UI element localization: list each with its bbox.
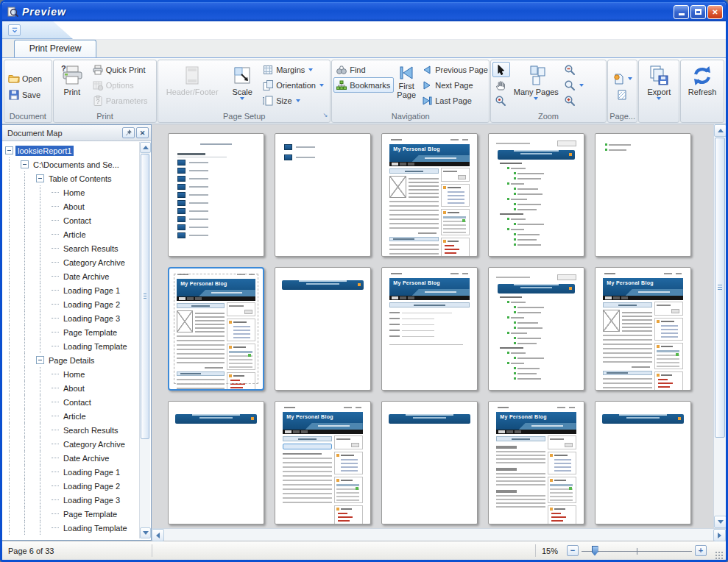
tree-item[interactable]: Article bbox=[5, 227, 139, 241]
print-button[interactable]: Print bbox=[55, 62, 89, 97]
tree-item[interactable]: Search Results bbox=[5, 423, 139, 437]
page-thumbnail-11[interactable] bbox=[168, 401, 264, 524]
tree-item[interactable]: Table of Contents bbox=[5, 171, 139, 185]
tree-item[interactable]: Loading Page 2 bbox=[5, 297, 139, 311]
page-thumbnail-10[interactable]: My Personal Blog bbox=[595, 267, 691, 391]
save-button[interactable]: Save bbox=[6, 87, 50, 102]
maximize-button[interactable] bbox=[690, 5, 706, 19]
tree-item[interactable]: looksieReport1 bbox=[5, 143, 139, 157]
tree-scrollbar[interactable] bbox=[139, 142, 150, 538]
page-thumbnail-1[interactable] bbox=[168, 133, 264, 257]
page-thumbnail-8[interactable]: My Personal Blog bbox=[381, 267, 478, 391]
tree-item[interactable]: Category Archive bbox=[5, 437, 139, 451]
refresh-button[interactable]: Refresh bbox=[682, 62, 722, 97]
tree-item[interactable]: Loading Page 2 bbox=[5, 479, 139, 493]
zoom-level-button[interactable] bbox=[562, 77, 585, 93]
header-footer-button[interactable]: Header/Footer bbox=[160, 62, 225, 97]
tree-item[interactable]: Article bbox=[5, 409, 139, 423]
close-button[interactable]: ✕ bbox=[707, 5, 723, 19]
pointer-tool-button[interactable] bbox=[492, 62, 510, 77]
page-thumbnail-3[interactable]: My Personal Blog bbox=[381, 133, 478, 257]
find-button[interactable]: Find bbox=[333, 62, 394, 77]
zoom-slider[interactable] bbox=[582, 545, 692, 557]
size-button[interactable]: Size bbox=[260, 93, 328, 108]
tree-item[interactable]: About bbox=[5, 199, 139, 213]
page-thumbnail-12[interactable]: My Personal Blog bbox=[275, 401, 371, 524]
zoom-out-button[interactable] bbox=[562, 62, 579, 77]
tree-item[interactable]: Category Archive bbox=[5, 255, 139, 269]
tree-item[interactable]: Home bbox=[5, 185, 139, 199]
pin-icon bbox=[124, 129, 132, 137]
preview-horizontal-scrollbar[interactable] bbox=[152, 528, 726, 541]
tree-item[interactable]: Loading Page 1 bbox=[5, 283, 139, 297]
tree-item[interactable]: Loading Page 3 bbox=[5, 311, 139, 325]
page-thumbnail-4[interactable] bbox=[488, 133, 584, 257]
tree-item[interactable]: Loading Page 3 bbox=[5, 493, 139, 507]
page-setup-dialog-launcher[interactable]: ↘ bbox=[322, 110, 328, 121]
scrollbar-thumb[interactable] bbox=[715, 138, 725, 438]
tree-item[interactable]: Loading Page 1 bbox=[5, 465, 139, 479]
tree-item[interactable]: Contact bbox=[5, 213, 139, 227]
page-thumbnail-14[interactable]: My Personal Blog bbox=[488, 401, 584, 524]
page-thumbnail-5[interactable] bbox=[595, 133, 691, 257]
tree-item[interactable]: Loading Template bbox=[5, 339, 139, 353]
many-pages-button[interactable]: Many Pages bbox=[511, 62, 561, 101]
tree-expander-icon[interactable] bbox=[36, 174, 44, 182]
options-button[interactable]: Options bbox=[90, 77, 152, 93]
zoom-in-step-button[interactable]: + bbox=[695, 545, 707, 556]
page-thumbnail-6[interactable]: My Personal Blog bbox=[168, 267, 264, 391]
previous-page-button[interactable]: Previous Page bbox=[419, 62, 490, 77]
quick-print-button[interactable]: Quick Print bbox=[90, 62, 152, 77]
watermark-button[interactable] bbox=[610, 71, 635, 86]
tree-item[interactable]: Search Results bbox=[5, 241, 139, 255]
tree-item[interactable]: Contact bbox=[5, 395, 139, 409]
tree-expander-icon[interactable] bbox=[5, 146, 13, 154]
tree-item[interactable]: Date Archive bbox=[5, 269, 139, 283]
tree-item[interactable]: Loading Template bbox=[5, 521, 139, 535]
tree-item[interactable]: Date Archive bbox=[5, 451, 139, 465]
scrollbar-thumb[interactable] bbox=[141, 154, 149, 439]
scroll-down-arrow[interactable] bbox=[714, 516, 727, 528]
scroll-down-arrow[interactable] bbox=[140, 527, 151, 538]
scroll-up-arrow[interactable] bbox=[140, 142, 151, 153]
qat-customize-button[interactable] bbox=[8, 24, 21, 36]
scroll-right-arrow[interactable] bbox=[713, 529, 726, 541]
panel-close-button[interactable]: ✕ bbox=[136, 127, 149, 138]
scroll-left-arrow[interactable] bbox=[152, 529, 164, 541]
next-page-button[interactable]: Next Page bbox=[419, 77, 490, 93]
scale-button[interactable]: Scale bbox=[225, 62, 259, 101]
preview-vertical-scrollbar[interactable] bbox=[713, 124, 726, 528]
zoom-in-button[interactable] bbox=[562, 93, 579, 108]
tree-item[interactable]: Page Details bbox=[5, 353, 139, 367]
page-thumbnail-7[interactable] bbox=[275, 267, 371, 391]
orientation-button[interactable]: Orientation bbox=[260, 77, 328, 93]
export-button[interactable]: Export bbox=[640, 62, 677, 101]
tree-expander-icon[interactable] bbox=[36, 356, 44, 364]
zoom-out-step-button[interactable]: − bbox=[567, 545, 579, 556]
page-thumbnail-15[interactable] bbox=[595, 401, 691, 524]
page-thumbnail-9[interactable] bbox=[488, 267, 584, 391]
tab-print-preview[interactable]: Print Preview bbox=[14, 40, 96, 57]
page-thumbnail-2[interactable] bbox=[275, 133, 371, 257]
minimize-button[interactable] bbox=[674, 5, 689, 19]
tree-item[interactable]: About bbox=[5, 381, 139, 395]
zoom-slider-thumb[interactable] bbox=[592, 546, 598, 556]
tree-item[interactable]: Page Template bbox=[5, 325, 139, 339]
open-button[interactable]: Open bbox=[6, 71, 50, 86]
bookmarks-button[interactable]: Bookmarks bbox=[333, 77, 394, 93]
first-page-button[interactable]: First Page bbox=[395, 62, 418, 100]
last-page-button[interactable]: Last Page bbox=[419, 93, 490, 108]
hand-tool-button[interactable] bbox=[492, 77, 510, 93]
pin-button[interactable] bbox=[122, 127, 135, 138]
scroll-up-arrow[interactable] bbox=[714, 124, 727, 137]
zoom-region-button[interactable] bbox=[492, 93, 510, 108]
tree-expander-icon[interactable] bbox=[21, 160, 29, 168]
tree-item[interactable]: C:\Documents and Se... bbox=[5, 157, 139, 171]
page-thumbnail-13[interactable] bbox=[381, 401, 478, 524]
margins-button[interactable]: Margins bbox=[260, 62, 328, 77]
tree-item[interactable]: Home bbox=[5, 367, 139, 381]
tree-item[interactable]: Page Template bbox=[5, 507, 139, 521]
page-background-button[interactable] bbox=[614, 87, 632, 102]
resize-grip[interactable] bbox=[714, 550, 724, 560]
parameters-button[interactable]: Parameters bbox=[90, 93, 152, 108]
